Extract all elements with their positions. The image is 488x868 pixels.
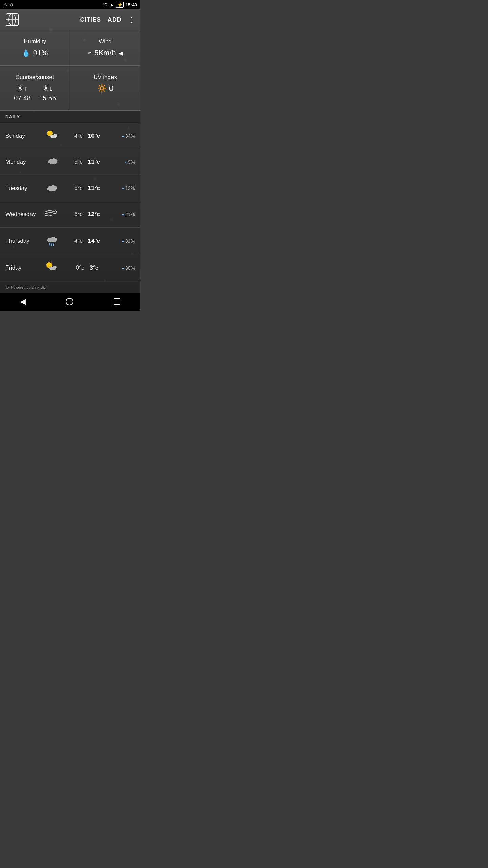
- temp-high-wednesday: 12°c: [88, 211, 100, 218]
- precip-value-tuesday: 13%: [125, 185, 135, 191]
- status-bar-left-icons: ⚠ ⊙: [3, 2, 13, 7]
- forecast-precip-friday: ● 38%: [115, 265, 135, 271]
- powered-by-text: Powered by Dark Sky: [11, 285, 47, 289]
- temp-low-monday: 3°c: [74, 159, 83, 165]
- sunrise-sunset-label: Sunrise/sunset: [7, 74, 63, 81]
- uv-index-label: UV index: [77, 74, 134, 81]
- sunrise-time: 07:48: [14, 94, 31, 102]
- forecast-list: Sunday 4°c 10°c ● 34% Monday: [0, 123, 140, 281]
- precip-drop-icon: ●: [122, 186, 124, 190]
- precip-value-friday: 38%: [125, 265, 135, 271]
- wind-cell: Wind ≈ 5Km/h ◀: [70, 30, 140, 66]
- humidity-cell: Humidity 💧 91%: [0, 30, 70, 66]
- precip-value-sunday: 34%: [125, 133, 135, 139]
- recents-button[interactable]: [114, 298, 120, 305]
- forecast-precip-sunday: ● 34%: [115, 133, 135, 139]
- forecast-day-friday: Friday: [5, 264, 43, 271]
- app-logo: [5, 13, 19, 26]
- precip-value-thursday: 81%: [125, 238, 135, 244]
- precip-value-monday: 9%: [128, 159, 135, 165]
- forecast-icon-sunday: [43, 129, 60, 143]
- temp-low-tuesday: 6°c: [74, 185, 83, 192]
- clock: 15:49: [126, 2, 137, 7]
- forecast-icon-friday: [43, 260, 60, 275]
- temp-high-tuesday: 11°c: [88, 185, 100, 192]
- humidity-drop-icon: 💧: [22, 49, 30, 57]
- forecast-temps-thursday: 4°c 14°c: [60, 238, 115, 244]
- daily-label: DAILY: [5, 114, 20, 119]
- table-row: Sunday 4°c 10°c ● 34%: [0, 123, 140, 149]
- svg-line-6: [51, 243, 52, 246]
- sunrise-sunset-cell: Sunrise/sunset ☀↑ 07:48 ☀↓ 15:55: [0, 66, 70, 110]
- forecast-icon-monday: [43, 155, 60, 170]
- forecast-precip-wednesday: ● 21%: [115, 212, 135, 217]
- app-container: CITIES ADD ⋮ Humidity 💧 91% Wind ≈ 5Km/h…: [0, 9, 140, 293]
- forecast-day-monday: Monday: [5, 159, 43, 165]
- forecast-temps-monday: 3°c 11°c: [60, 159, 115, 165]
- forecast-temps-tuesday: 6°c 11°c: [60, 185, 115, 192]
- app-header: CITIES ADD ⋮: [0, 9, 140, 30]
- forecast-precip-monday: ● 9%: [115, 159, 135, 165]
- forecast-day-thursday: Thursday: [5, 238, 43, 244]
- sunset-icon: ☀↓: [42, 84, 53, 93]
- precip-drop-icon: ●: [125, 160, 127, 164]
- forecast-temps-wednesday: 6°c 12°c: [60, 211, 115, 218]
- humidity-number: 91%: [33, 48, 48, 57]
- svg-line-5: [49, 243, 50, 246]
- humidity-label: Humidity: [7, 38, 63, 45]
- temp-high-thursday: 14°c: [88, 238, 100, 244]
- uv-index-value: 🔆 0: [77, 84, 134, 93]
- cities-button[interactable]: CITIES: [80, 16, 101, 23]
- uv-sun-icon: 🔆: [97, 84, 106, 93]
- add-button[interactable]: ADD: [108, 16, 122, 23]
- forecast-day-wednesday: Wednesday: [5, 211, 43, 218]
- network-icon: 4G: [102, 3, 107, 7]
- uv-index-cell: UV index 🔆 0: [70, 66, 140, 110]
- forecast-icon-wednesday: [43, 207, 60, 222]
- wind-label: Wind: [77, 38, 134, 45]
- forecast-temps-friday: 0°c 3°c: [60, 264, 115, 271]
- table-row: Monday 3°c 11°c ● 9%: [0, 149, 140, 175]
- temp-low-thursday: 4°c: [74, 238, 83, 244]
- table-row: Friday 0°c 3°c ● 38%: [0, 255, 140, 281]
- forecast-icon-thursday: [43, 233, 60, 249]
- forecast-precip-tuesday: ● 13%: [115, 185, 135, 191]
- table-row: Wednesday 6°c 12°c ● 21%: [0, 201, 140, 228]
- daily-header: DAILY: [0, 111, 140, 123]
- home-button[interactable]: [66, 298, 73, 305]
- darksky-logo-icon: ⊙: [5, 284, 9, 290]
- powered-by: ⊙ Powered by Dark Sky: [0, 281, 140, 293]
- uv-number: 0: [109, 84, 113, 93]
- wind-direction-icon: ◀: [119, 50, 123, 56]
- temp-low-friday: 0°c: [76, 264, 84, 271]
- sunrise-item: ☀↑ 07:48: [14, 84, 31, 102]
- temp-low-sunday: 4°c: [74, 133, 83, 139]
- temp-high-sunday: 10°c: [88, 133, 100, 139]
- settings-dot-icon: ⊙: [9, 2, 13, 7]
- forecast-temps-sunday: 4°c 10°c: [60, 133, 115, 139]
- precip-value-wednesday: 21%: [125, 212, 135, 217]
- sunset-item: ☀↓ 15:55: [39, 84, 56, 102]
- warning-icon: ⚠: [3, 2, 7, 7]
- header-nav: CITIES ADD ⋮: [80, 16, 135, 24]
- status-bar: ⚠ ⊙ 4G ▲ ⚡ 15:49: [0, 0, 140, 9]
- sunset-time: 15:55: [39, 94, 56, 102]
- wind-value: ≈ 5Km/h ◀: [77, 48, 134, 57]
- forecast-day-tuesday: Tuesday: [5, 185, 43, 192]
- sunrise-icon: ☀↑: [17, 84, 27, 93]
- temp-high-monday: 11°c: [88, 159, 100, 165]
- humidity-value: 💧 91%: [7, 48, 63, 57]
- bottom-nav: ◀: [0, 293, 140, 311]
- temp-low-wednesday: 6°c: [74, 211, 83, 218]
- table-row: Thursday 4°c 14°c ● 81%: [0, 228, 140, 255]
- more-menu-icon[interactable]: ⋮: [128, 16, 135, 24]
- signal-icon: ▲: [109, 2, 114, 7]
- back-button[interactable]: ◀: [20, 297, 26, 306]
- wind-lines-icon: ≈: [88, 49, 92, 57]
- precip-drop-icon: ●: [122, 213, 124, 216]
- forecast-precip-thursday: ● 81%: [115, 238, 135, 244]
- temp-high-friday: 3°c: [90, 264, 99, 271]
- precip-drop-icon: ●: [122, 266, 124, 270]
- precip-drop-icon: ●: [122, 134, 124, 138]
- info-grid: Humidity 💧 91% Wind ≈ 5Km/h ◀ Sunrise/su…: [0, 30, 140, 111]
